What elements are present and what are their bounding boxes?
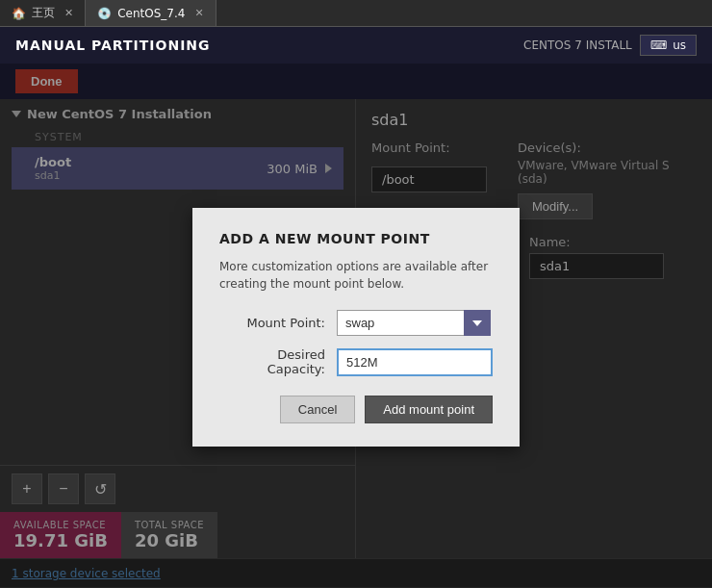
cancel-button[interactable]: Cancel bbox=[280, 396, 355, 423]
keyboard-icon: ⌨ bbox=[650, 38, 667, 52]
mount-point-select[interactable]: swap / /boot /home /var /tmp bbox=[337, 310, 491, 336]
modal-title: ADD A NEW MOUNT POINT bbox=[219, 231, 493, 246]
add-mount-point-modal: ADD A NEW MOUNT POINT More customization… bbox=[192, 208, 520, 447]
add-mount-point-button[interactable]: Add mount point bbox=[365, 396, 493, 423]
install-label: CENTOS 7 INSTALL bbox=[523, 38, 632, 52]
tab-home-label: 王页 bbox=[32, 5, 55, 21]
modal-mount-point-label: Mount Point: bbox=[219, 316, 325, 330]
modal-description: More customization options are available… bbox=[219, 258, 493, 293]
modal-capacity-label: Desired Capacity: bbox=[219, 347, 325, 376]
modal-buttons: Cancel Add mount point bbox=[219, 396, 493, 423]
modal-overlay: ADD A NEW MOUNT POINT More customization… bbox=[0, 64, 712, 588]
tab-bar: 🏠 王页 ✕ 💿 CentOS_7.4 ✕ bbox=[0, 0, 712, 27]
tab-centos-label: CentOS_7.4 bbox=[117, 7, 185, 20]
centos-icon: 💿 bbox=[97, 7, 112, 20]
home-icon: 🏠 bbox=[12, 7, 26, 20]
modal-capacity-field: Desired Capacity: bbox=[219, 347, 493, 376]
app-title: MANUAL PARTITIONING bbox=[15, 38, 211, 53]
tab-centos[interactable]: 💿 CentOS_7.4 ✕ bbox=[86, 0, 216, 26]
mount-point-select-wrapper: swap / /boot /home /var /tmp bbox=[337, 310, 491, 336]
modal-mount-point-field: Mount Point: swap / /boot /home /var /tm… bbox=[219, 310, 493, 336]
keyboard-button[interactable]: ⌨ us bbox=[640, 35, 697, 56]
app-header: MANUAL PARTITIONING CENTOS 7 INSTALL ⌨ u… bbox=[0, 27, 712, 64]
tab-centos-close[interactable]: ✕ bbox=[194, 7, 203, 19]
tab-home-close[interactable]: ✕ bbox=[64, 7, 73, 19]
header-right: CENTOS 7 INSTALL ⌨ us bbox=[523, 35, 697, 56]
desired-capacity-input[interactable] bbox=[337, 348, 493, 376]
keyboard-lang: us bbox=[673, 38, 686, 52]
tab-home[interactable]: 🏠 王页 ✕ bbox=[0, 0, 86, 26]
